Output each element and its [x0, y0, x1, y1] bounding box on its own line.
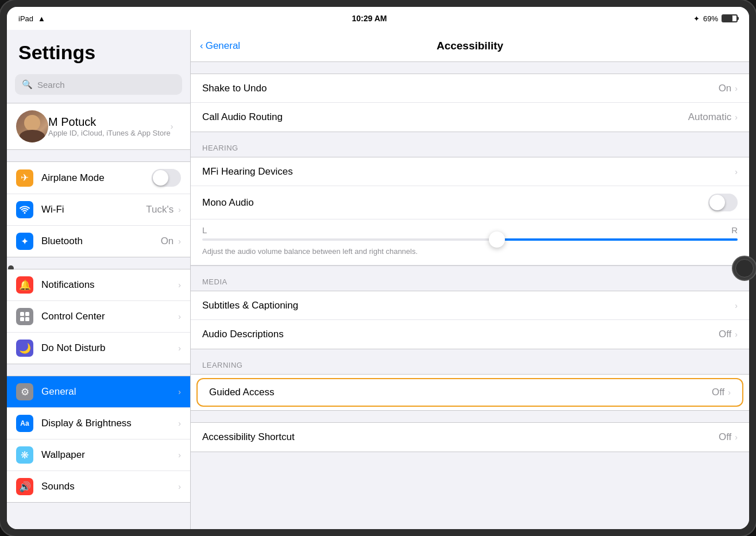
home-button-inner	[735, 259, 754, 277]
do-not-disturb-label: Do Not Disturb	[41, 342, 178, 354]
back-chevron-icon: ‹	[200, 40, 203, 52]
learning-group-body: Guided Access Off ›	[191, 374, 749, 411]
media-group-body: Subtitles & Captioning › Audio Descripti…	[191, 291, 749, 349]
sidebar-item-display-brightness[interactable]: Aa Display & Brightness ›	[7, 408, 190, 439]
back-label: General	[206, 40, 240, 52]
svg-rect-3	[25, 317, 29, 321]
battery-fill	[723, 16, 732, 21]
display-brightness-label: Display & Brightness	[41, 418, 178, 429]
mfi-hearing-devices-label: MFi Hearing Devices	[202, 166, 735, 178]
subtitles-captioning-label: Subtitles & Captioning	[202, 300, 735, 311]
home-button[interactable]	[732, 256, 756, 281]
avatar-body	[20, 130, 45, 142]
mono-audio-label: Mono Audio	[202, 197, 708, 209]
subtitles-chevron: ›	[735, 301, 738, 310]
audio-descriptions-value: Off	[719, 329, 731, 340]
airplane-mode-icon: ✈	[16, 169, 33, 187]
hearing-group-body: MFi Hearing Devices › Mono Audio	[191, 157, 749, 266]
profile-section[interactable]: M Potuck Apple ID, iCloud, iTunes & App …	[7, 103, 190, 150]
sidebar: Settings 🔍 Search M Potuck Apple ID, iCl…	[7, 30, 191, 529]
audio-descriptions-row[interactable]: Audio Descriptions Off ›	[191, 320, 749, 349]
notifications-label: Notifications	[41, 279, 178, 291]
ipad-frame: iPad ▲ 10:29 AM ✦ 69% Settings 🔍 Search	[0, 0, 756, 536]
back-button[interactable]: ‹ General	[200, 40, 240, 52]
settings-group-bottom: Accessibility Shortcut Off ›	[191, 422, 749, 452]
status-left: iPad ▲	[18, 14, 45, 23]
general-label: General	[41, 386, 178, 398]
sounds-label: Sounds	[41, 481, 178, 492]
sounds-chevron: ›	[178, 482, 181, 491]
sounds-icon: 🔊	[16, 478, 33, 495]
sidebar-item-bluetooth[interactable]: ✦ Bluetooth On ›	[7, 226, 190, 257]
slider-thumb[interactable]	[489, 232, 505, 248]
sidebar-item-notifications[interactable]: 🔔 Notifications ›	[7, 269, 190, 301]
sidebar-item-general[interactable]: ⚙ General ›	[7, 376, 190, 408]
accessibility-shortcut-row[interactable]: Accessibility Shortcut Off ›	[191, 423, 749, 452]
main-content: Settings 🔍 Search M Potuck Apple ID, iCl…	[7, 30, 749, 529]
status-right: ✦ 69%	[693, 14, 738, 23]
notifications-chevron: ›	[178, 280, 181, 290]
sidebar-item-wifi[interactable]: Wi-Fi Tuck's ›	[7, 194, 190, 226]
call-audio-routing-value: Automatic	[688, 111, 732, 123]
slider-fill-right	[497, 238, 738, 241]
audio-balance-slider-area: L R Adjust the audio volume balance betw…	[191, 219, 749, 265]
mono-audio-knob	[709, 195, 725, 210]
airplane-mode-label: Airplane Mode	[41, 172, 152, 184]
svg-rect-1	[25, 312, 29, 316]
audio-descriptions-chevron: ›	[735, 330, 738, 339]
shake-to-undo-label: Shake to Undo	[202, 83, 719, 94]
avatar-face	[24, 115, 40, 131]
settings-group-learning: LEARNING Guided Access Off ›	[191, 361, 749, 411]
accessibility-shortcut-value: Off	[719, 431, 731, 443]
bluetooth-value: On	[161, 236, 174, 247]
accessibility-shortcut-chevron: ›	[735, 433, 738, 442]
control-center-icon	[16, 308, 33, 325]
do-not-disturb-chevron: ›	[178, 344, 181, 353]
status-bar: iPad ▲ 10:29 AM ✦ 69%	[7, 7, 749, 30]
panel-title: Accessibility	[437, 40, 503, 52]
shake-to-undo-row[interactable]: Shake to Undo On ›	[191, 74, 749, 103]
status-time: 10:29 AM	[352, 14, 387, 23]
call-audio-routing-chevron: ›	[735, 113, 738, 122]
search-bar[interactable]: 🔍 Search	[15, 74, 182, 95]
panel-header: ‹ General Accessibility	[191, 30, 749, 62]
sidebar-item-do-not-disturb[interactable]: 🌙 Do Not Disturb ›	[7, 333, 190, 364]
profile-subtitle: Apple ID, iCloud, iTunes & App Store	[48, 129, 171, 137]
sidebar-item-control-center[interactable]: Control Center ›	[7, 301, 190, 333]
do-not-disturb-icon: 🌙	[16, 340, 33, 357]
profile-name: M Potuck	[48, 115, 171, 129]
lr-labels: L R	[202, 225, 738, 235]
mono-audio-row[interactable]: Mono Audio	[191, 186, 749, 219]
battery-icon	[722, 14, 738, 22]
wifi-chevron: ›	[178, 205, 181, 214]
wifi-setting-icon	[16, 201, 33, 218]
bluetooth-icon: ✦	[693, 14, 700, 23]
search-placeholder: Search	[37, 80, 65, 90]
display-brightness-chevron: ›	[178, 419, 181, 428]
shake-to-undo-value: On	[719, 83, 732, 94]
settings-group-interaction: Shake to Undo On › Call Audio Routing Au…	[191, 74, 749, 132]
sidebar-item-wallpaper[interactable]: ❋ Wallpaper ›	[7, 439, 190, 471]
sidebar-item-sounds[interactable]: 🔊 Sounds ›	[7, 471, 190, 502]
settings-group-hearing: HEARING MFi Hearing Devices › Mono Audio	[191, 144, 749, 266]
bluetooth-chevron: ›	[178, 237, 181, 246]
settings-title: Settings	[7, 30, 190, 70]
wallpaper-icon: ❋	[16, 446, 33, 464]
interaction-group-body: Shake to Undo On › Call Audio Routing Au…	[191, 74, 749, 132]
sidebar-item-airplane-mode[interactable]: ✈ Airplane Mode	[7, 162, 190, 194]
display-brightness-icon: Aa	[16, 415, 33, 432]
hearing-section-header: HEARING	[191, 144, 749, 157]
control-center-label: Control Center	[41, 311, 178, 322]
airplane-mode-toggle[interactable]	[152, 169, 181, 187]
device-label: iPad	[18, 14, 33, 23]
slider-description: Adjust the audio volume balance between …	[202, 246, 738, 257]
profile-chevron: ›	[171, 122, 173, 131]
call-audio-routing-row[interactable]: Call Audio Routing Automatic ›	[191, 103, 749, 132]
mfi-hearing-devices-row[interactable]: MFi Hearing Devices ›	[191, 157, 749, 186]
guided-access-row[interactable]: Guided Access Off ›	[196, 378, 743, 407]
mono-audio-toggle[interactable]	[708, 194, 738, 211]
subtitles-captioning-row[interactable]: Subtitles & Captioning ›	[191, 291, 749, 320]
mfi-hearing-chevron: ›	[735, 167, 738, 176]
audio-balance-track[interactable]	[202, 238, 738, 241]
avatar	[16, 110, 48, 142]
